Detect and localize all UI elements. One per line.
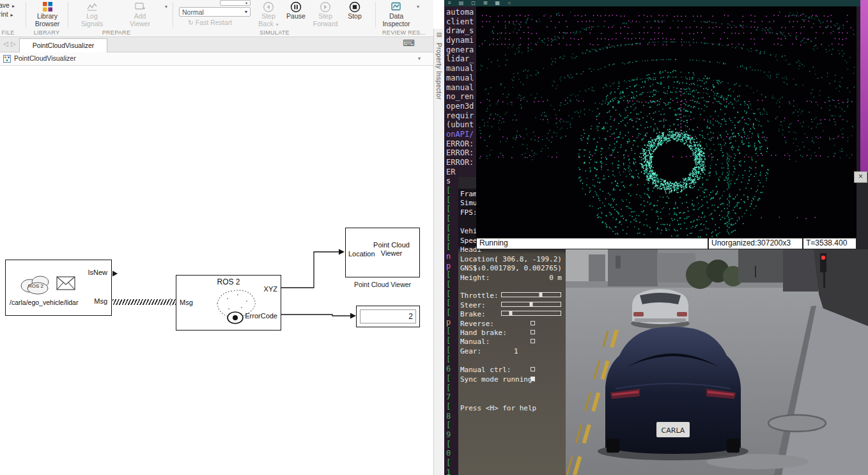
review-section-label: REVIEW RES... [376,29,432,36]
pointcloud-statusbar: Running Unorganized:307200x3 T=3538.400 [476,238,856,249]
license-plate-text: CARLA [662,426,685,435]
hud-handbrake-row: Hand brake: [460,329,563,337]
step-forward-icon [320,1,331,12]
chevron-down-icon: ▾ [276,22,279,27]
brake-bar [501,311,561,316]
hud-gnss-row: GNSS:(-0.001789, 0.002765) [460,264,563,272]
breadcrumb[interactable]: PointCloudVisualizer ▾ [0,52,433,66]
model-canvas[interactable]: ROS 2 /carla/ego_vehicle/lidar IsNew Msg… [0,66,433,475]
fast-restart-icon: ↻ [188,19,194,26]
manual-ctrl-checkbox [531,367,535,371]
save-button[interactable]: Save▸ [0,1,24,10]
step-back-button[interactable]: Step Back▾ [256,1,281,28]
chevron-down-icon: ▾ [245,1,247,5]
simulink-toolstrip: Save▸ Print▸ FILE Library Browser LIBRAR… [0,0,433,37]
pointcloud-window: Running Unorganized:307200x3 T=3538.400 [476,6,856,249]
menubar-icon[interactable]: ≡ [448,0,451,6]
steer-marker [530,302,533,306]
hud-steer-row: Steer: [460,301,563,309]
property-inspector-tab[interactable]: Property Inspector [435,43,442,100]
svg-text:ROS 2: ROS 2 [28,283,44,289]
port-location-label: Location [348,250,375,258]
block-caption: Point Cloud Viewer [345,281,420,288]
tab-pointcloudvisualizer[interactable]: PointCloudVisualizer [19,38,107,52]
port-msg-label: Msg [180,299,193,306]
divider [375,2,376,27]
port-msg-label: Msg [94,297,107,305]
lead-car [631,289,690,329]
nav-back-icon[interactable]: ◁ [3,40,8,47]
divider [26,2,26,27]
breadcrumb-title: PointCloudVisualizer [14,54,76,62]
library-browser-icon [43,1,52,12]
fast-restart-toggle[interactable]: ↻ Fast Restart [188,19,232,26]
chevron-down-icon: ▾ [245,9,247,15]
pointcloud-canvas[interactable] [476,6,856,238]
simulation-mode-combo[interactable]: Normal ▾ [179,7,251,17]
manhole-cover [768,415,826,432]
divider [68,2,68,27]
throttle-bar [501,292,561,297]
hud-help-row: Press <H> for help [460,404,563,412]
manual-checkbox [531,339,535,343]
pause-button[interactable]: Pause [284,1,308,20]
hud-sync-row: Sync mode running: [460,375,563,384]
data-inspector-icon [391,1,401,12]
hud-height-row: Height:0 m [460,274,563,282]
hud-location-row: Location:( 306.8, -199.2) [460,255,563,263]
port-xyz-label: XYZ [264,285,277,293]
step-forward-button[interactable]: Step Forward [311,1,340,27]
close-button[interactable]: × [854,171,867,183]
pause-icon [290,1,302,12]
print-button[interactable]: Print▸ [0,10,24,19]
port-errorcode-label: ErrorCode [245,312,277,320]
review-more-caret[interactable]: ▾ [417,4,419,10]
sync-checkbox [531,377,535,381]
log-signals-icon [87,1,97,12]
log-signals-button[interactable]: Log Signals [74,1,110,27]
prepare-more-caret[interactable]: ▾ [165,4,167,10]
brake-marker [509,311,512,315]
model-tabbar: ◁ ▷ PointCloudVisualizer ⌨ [0,37,433,52]
add-viewer-icon [135,1,145,12]
model-icon [3,55,11,63]
hud-manual-row: Manual: [460,338,563,346]
keyboard-icon[interactable]: ⌨ [403,38,415,48]
property-inspector-strip[interactable]: ▤ Property Inspector [433,29,444,475]
status-time: T=3538.400 [803,238,856,249]
nav-forward-icon[interactable]: ▷ [11,40,16,47]
menubar-icon[interactable]: ⊞ [483,0,488,6]
ros2-cloud-envelope-icon: ROS 2 [15,270,90,299]
menubar-icon[interactable]: ○ [508,0,511,6]
library-section-label: LIBRARY [27,29,66,36]
breadcrumb-caret[interactable]: ▾ [418,56,421,61]
step-back-icon [263,1,274,12]
add-viewer-button[interactable]: Add Viewer [123,1,157,27]
submenu-arrow-icon: ▸ [12,3,15,9]
prepare-section-label: PREPARE [68,29,164,36]
menubar-icon[interactable]: ▦ [495,0,500,6]
steer-bar [501,302,561,307]
hud-reverse-row: Reverse: [460,320,563,328]
status-running: Running [476,238,708,249]
simulate-section-label: SIMULATE [174,29,375,36]
carla-scene[interactable]: CARLA [566,249,868,475]
pointcloud-menubar: ≡▤◻⊞▦○ [444,0,860,6]
library-browser-button[interactable]: Library Browser [28,1,66,27]
hud-throttle-row: Throttle: [460,292,563,300]
stop-time-field[interactable]: ▾ [220,0,251,6]
stop-button[interactable]: Stop [344,1,366,20]
port-isnew-label: IsNew [88,269,107,276]
desktop: Save▸ Print▸ FILE Library Browser LIBRAR… [0,0,868,475]
data-inspector-button[interactable]: Data Inspector [378,1,414,27]
point-cloud-viewer-block[interactable]: Point Cloud Viewer Location [345,228,420,277]
status-format: Unorganized:307200x3 [708,238,803,249]
ros2-pointcloud-block[interactable]: ROS 2 Msg XYZ ErrorCode [176,275,281,331]
throttle-marker [539,293,542,297]
ros2-subscribe-block[interactable]: ROS 2 /carla/ego_vehicle/lidar IsNew Msg [5,260,112,316]
menubar-icon[interactable]: ▤ [459,0,464,6]
handbrake-checkbox [531,330,535,334]
bus-signal-wire[interactable] [112,299,176,305]
display-block[interactable]: 2 [356,306,420,327]
menubar-icon[interactable]: ◻ [471,0,476,6]
